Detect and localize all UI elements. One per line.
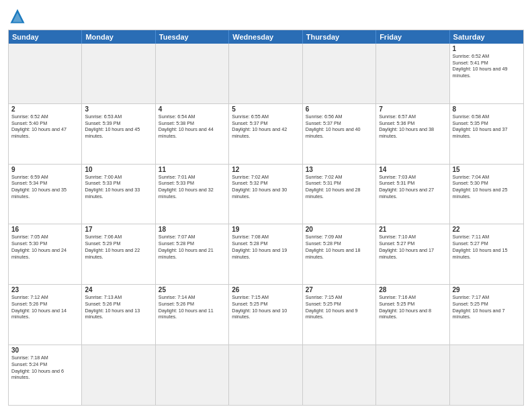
day-number: 23 <box>11 286 79 293</box>
cell-info: Sunrise: 7:08 AM Sunset: 5:28 PM Dayligh… <box>232 234 299 260</box>
calendar-row-5: 30Sunrise: 7:18 AM Sunset: 5:24 PM Dayli… <box>9 345 523 405</box>
cell-info: Sunrise: 6:54 AM Sunset: 5:38 PM Dayligh… <box>159 113 226 140</box>
calendar-cell: 18Sunrise: 7:07 AM Sunset: 5:28 PM Dayli… <box>156 224 229 284</box>
cell-info: Sunrise: 7:17 AM Sunset: 5:25 PM Dayligh… <box>453 294 521 320</box>
day-number: 20 <box>306 226 373 233</box>
cell-info: Sunrise: 7:15 AM Sunset: 5:25 PM Dayligh… <box>306 294 373 320</box>
cell-info: Sunrise: 7:03 AM Sunset: 5:31 PM Dayligh… <box>379 174 446 200</box>
day-number: 13 <box>306 166 373 173</box>
header <box>8 7 524 26</box>
cell-info: Sunrise: 7:00 AM Sunset: 5:33 PM Dayligh… <box>85 174 152 200</box>
day-number: 12 <box>232 166 299 173</box>
day-number: 3 <box>85 105 152 113</box>
calendar-cell: 21Sunrise: 7:10 AM Sunset: 5:27 PM Dayli… <box>376 224 449 284</box>
weekday-header-tuesday: Tuesday <box>156 30 229 44</box>
calendar-cell: 2Sunrise: 6:52 AM Sunset: 5:40 PM Daylig… <box>9 104 82 164</box>
calendar-body: 1Sunrise: 6:52 AM Sunset: 5:41 PM Daylig… <box>9 44 523 405</box>
day-number: 7 <box>379 105 446 113</box>
calendar-cell: 5Sunrise: 6:55 AM Sunset: 5:37 PM Daylig… <box>229 104 302 164</box>
weekday-header-thursday: Thursday <box>303 30 376 44</box>
calendar-cell: 8Sunrise: 6:58 AM Sunset: 5:35 PM Daylig… <box>450 104 523 164</box>
cell-info: Sunrise: 7:01 AM Sunset: 5:33 PM Dayligh… <box>159 174 226 200</box>
day-number: 22 <box>453 226 521 233</box>
day-number: 25 <box>159 286 226 293</box>
calendar-cell: 11Sunrise: 7:01 AM Sunset: 5:33 PM Dayli… <box>156 165 229 224</box>
calendar-cell <box>156 44 229 103</box>
calendar-cell: 26Sunrise: 7:15 AM Sunset: 5:25 PM Dayli… <box>229 285 302 345</box>
cell-info: Sunrise: 7:02 AM Sunset: 5:32 PM Dayligh… <box>232 174 299 200</box>
day-number: 5 <box>232 105 299 113</box>
calendar-cell: 10Sunrise: 7:00 AM Sunset: 5:33 PM Dayli… <box>82 165 155 224</box>
calendar-cell: 30Sunrise: 7:18 AM Sunset: 5:24 PM Dayli… <box>9 345 82 405</box>
cell-info: Sunrise: 6:53 AM Sunset: 5:39 PM Dayligh… <box>85 113 152 140</box>
calendar-cell <box>156 345 229 405</box>
day-number: 19 <box>232 226 299 233</box>
day-number: 6 <box>306 105 373 113</box>
day-number: 10 <box>85 166 152 173</box>
calendar-cell: 3Sunrise: 6:53 AM Sunset: 5:39 PM Daylig… <box>82 104 155 164</box>
day-number: 4 <box>159 105 226 113</box>
calendar-cell <box>82 345 155 405</box>
cell-info: Sunrise: 7:09 AM Sunset: 5:28 PM Dayligh… <box>306 234 373 260</box>
calendar-cell <box>376 345 449 405</box>
cell-info: Sunrise: 6:59 AM Sunset: 5:34 PM Dayligh… <box>11 174 79 200</box>
cell-info: Sunrise: 7:02 AM Sunset: 5:31 PM Dayligh… <box>306 174 373 200</box>
cell-info: Sunrise: 7:14 AM Sunset: 5:26 PM Dayligh… <box>159 294 226 320</box>
calendar-cell: 9Sunrise: 6:59 AM Sunset: 5:34 PM Daylig… <box>9 165 82 224</box>
calendar: SundayMondayTuesdayWednesdayThursdayFrid… <box>8 30 524 406</box>
logo-icon <box>8 7 27 26</box>
cell-info: Sunrise: 7:15 AM Sunset: 5:25 PM Dayligh… <box>232 294 299 320</box>
cell-info: Sunrise: 7:07 AM Sunset: 5:28 PM Dayligh… <box>159 234 226 260</box>
day-number: 8 <box>453 105 521 113</box>
cell-info: Sunrise: 7:13 AM Sunset: 5:26 PM Dayligh… <box>85 294 152 320</box>
cell-info: Sunrise: 6:52 AM Sunset: 5:41 PM Dayligh… <box>453 53 521 79</box>
cell-info: Sunrise: 7:05 AM Sunset: 5:30 PM Dayligh… <box>11 234 79 260</box>
cell-info: Sunrise: 6:58 AM Sunset: 5:35 PM Dayligh… <box>453 113 521 140</box>
weekday-header-saturday: Saturday <box>450 30 523 44</box>
calendar-cell: 13Sunrise: 7:02 AM Sunset: 5:31 PM Dayli… <box>303 165 376 224</box>
calendar-cell: 6Sunrise: 6:56 AM Sunset: 5:37 PM Daylig… <box>303 104 376 164</box>
calendar-row-3: 16Sunrise: 7:05 AM Sunset: 5:30 PM Dayli… <box>9 224 523 285</box>
calendar-cell: 7Sunrise: 6:57 AM Sunset: 5:36 PM Daylig… <box>376 104 449 164</box>
day-number: 18 <box>159 226 226 233</box>
calendar-cell: 20Sunrise: 7:09 AM Sunset: 5:28 PM Dayli… <box>303 224 376 284</box>
calendar-cell: 17Sunrise: 7:06 AM Sunset: 5:29 PM Dayli… <box>82 224 155 284</box>
calendar-cell: 28Sunrise: 7:16 AM Sunset: 5:25 PM Dayli… <box>376 285 449 345</box>
calendar-cell: 19Sunrise: 7:08 AM Sunset: 5:28 PM Dayli… <box>229 224 302 284</box>
calendar-row-1: 2Sunrise: 6:52 AM Sunset: 5:40 PM Daylig… <box>9 104 523 165</box>
weekday-header-sunday: Sunday <box>9 30 82 44</box>
calendar-cell: 12Sunrise: 7:02 AM Sunset: 5:32 PM Dayli… <box>229 165 302 224</box>
calendar-cell <box>229 44 302 103</box>
day-number: 9 <box>11 166 79 173</box>
calendar-cell: 14Sunrise: 7:03 AM Sunset: 5:31 PM Dayli… <box>376 165 449 224</box>
day-number: 15 <box>453 166 521 173</box>
calendar-cell <box>82 44 155 103</box>
cell-info: Sunrise: 6:55 AM Sunset: 5:37 PM Dayligh… <box>232 113 299 140</box>
calendar-row-2: 9Sunrise: 6:59 AM Sunset: 5:34 PM Daylig… <box>9 165 523 225</box>
day-number: 28 <box>379 286 446 293</box>
calendar-row-0: 1Sunrise: 6:52 AM Sunset: 5:41 PM Daylig… <box>9 44 523 104</box>
day-number: 1 <box>453 45 521 52</box>
calendar-cell: 1Sunrise: 6:52 AM Sunset: 5:41 PM Daylig… <box>450 44 523 103</box>
calendar-cell <box>450 345 523 405</box>
calendar-header: SundayMondayTuesdayWednesdayThursdayFrid… <box>9 30 523 44</box>
calendar-cell <box>303 345 376 405</box>
weekday-header-friday: Friday <box>376 30 449 44</box>
cell-info: Sunrise: 7:12 AM Sunset: 5:26 PM Dayligh… <box>11 294 79 320</box>
calendar-cell <box>303 44 376 103</box>
cell-info: Sunrise: 7:18 AM Sunset: 5:24 PM Dayligh… <box>11 355 79 381</box>
calendar-cell: 16Sunrise: 7:05 AM Sunset: 5:30 PM Dayli… <box>9 224 82 284</box>
calendar-cell: 25Sunrise: 7:14 AM Sunset: 5:26 PM Dayli… <box>156 285 229 345</box>
cell-info: Sunrise: 7:06 AM Sunset: 5:29 PM Dayligh… <box>85 234 152 260</box>
day-number: 2 <box>11 105 79 113</box>
cell-info: Sunrise: 6:56 AM Sunset: 5:37 PM Dayligh… <box>306 113 373 140</box>
calendar-cell: 24Sunrise: 7:13 AM Sunset: 5:26 PM Dayli… <box>82 285 155 345</box>
calendar-cell: 27Sunrise: 7:15 AM Sunset: 5:25 PM Dayli… <box>303 285 376 345</box>
calendar-cell: 29Sunrise: 7:17 AM Sunset: 5:25 PM Dayli… <box>450 285 523 345</box>
day-number: 30 <box>11 347 79 354</box>
day-number: 16 <box>11 226 79 233</box>
calendar-row-4: 23Sunrise: 7:12 AM Sunset: 5:26 PM Dayli… <box>9 285 523 345</box>
weekday-header-wednesday: Wednesday <box>229 30 302 44</box>
page: SundayMondayTuesdayWednesdayThursdayFrid… <box>0 0 532 411</box>
logo <box>8 7 30 26</box>
